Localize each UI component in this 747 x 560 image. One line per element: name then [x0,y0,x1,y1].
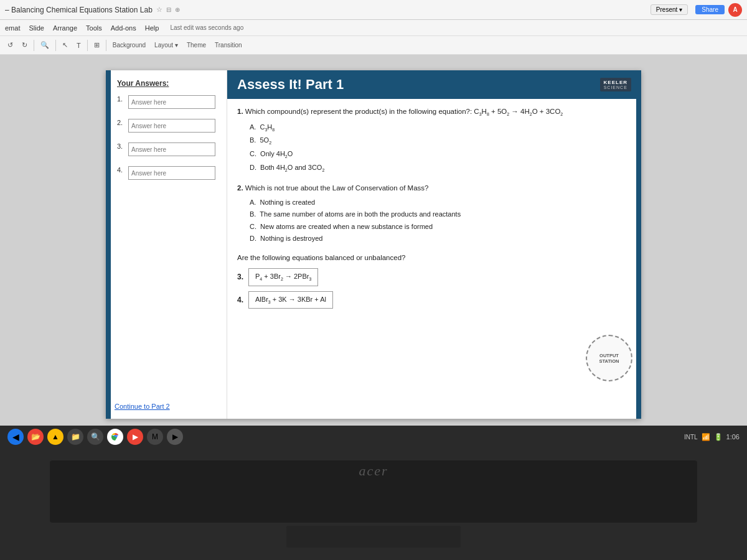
q2-option-b: B. The same number of atoms are in both … [250,209,631,220]
badge-line1: KEELER [604,80,627,85]
title-text: – Balancing Chemical Equations Station L… [5,6,153,14]
taskbar: ◀ 📂 ▲ 📁 🔍 ▶ M ▶ INTL 📶 🔋 1:06 [0,426,747,448]
menu-bar: emat Slide Arrange Tools Add-ons Help La… [0,20,747,36]
output-station-badge: OUTPUT STATION [586,335,632,381]
menu-addons[interactable]: Add-ons [111,24,136,32]
undo-button[interactable]: ↺ [5,40,16,50]
theme-label[interactable]: Theme [184,40,209,50]
q2-option-a: A. Nothing is created [250,197,631,208]
cursor-button[interactable]: ↖ [60,40,70,50]
q2-options: A. Nothing is created B. The same number… [237,197,631,244]
balanced-section: Are the following equations balanced or … [237,253,631,309]
output-line2: STATION [599,358,619,364]
q1-number: 1. [237,108,243,115]
taskbar-mail-icon[interactable]: M [147,429,163,445]
intl-indicator: INTL [684,434,698,441]
answer-item-2: 2. [117,119,219,133]
present-button[interactable]: Present ▾ [651,4,688,15]
toolbar-divider-3 [87,40,88,51]
redo-button[interactable]: ↻ [19,40,30,50]
laptop-screen: – Balancing Chemical Equations Station L… [0,0,747,448]
q1-options: A. C3H8 B. 5O2 C. Only 4H2O D. Both 4H2O… [237,122,631,174]
slide: Your Answers: 1. 2. 3. 4. Continue [106,70,641,419]
q1-option-a: A. C3H8 [250,122,631,134]
toolbar-divider-1 [34,40,34,51]
slide-area: Your Answers: 1. 2. 3. 4. Continue [0,55,747,434]
taskbar-back-icon[interactable]: ◀ [7,429,24,445]
menu-slide[interactable]: Slide [29,24,44,32]
background-label[interactable]: Background [110,40,148,50]
dropdown-arrow-icon: ▾ [679,6,682,13]
answer-input-1[interactable] [128,95,215,109]
zoom-button[interactable]: 🔍 [38,40,52,50]
menu-help[interactable]: Help [145,24,159,32]
q1-option-b: B. 5O2 [250,135,631,147]
toolbar-divider-2 [55,40,56,51]
eq3-number: 3. [237,271,243,282]
acer-logo: acer [359,463,388,479]
answer-number-3: 3. [117,142,126,150]
question-1-text: 1. Which compound(s) represent the produ… [237,106,631,118]
equation-row-4: 4. AlBr3 + 3K → 3KBr + Al [237,291,631,309]
taskbar-apps-icon[interactable]: ▲ [47,429,63,445]
touchpad [286,526,461,548]
text-button[interactable]: T [74,40,83,50]
toolbar: ↺ ↻ 🔍 ↖ T ⊞ Background Layout ▾ Theme Tr… [0,36,747,55]
time-display: 1:06 [726,433,740,441]
right-accent-bar [636,70,641,419]
question-2-block: 2. Which is not true about the Law of Co… [237,183,631,244]
left-accent-bar [106,70,111,419]
question-2-text: 2. Which is not true about the Law of Co… [237,183,631,194]
battery-icon: 🔋 [714,433,723,441]
answer-number-2: 2. [117,119,126,126]
content-body: 1. Which compound(s) represent the produ… [227,99,641,321]
your-answers-title: Your Answers: [117,79,219,88]
badge-line2: SCIENCE [604,85,627,90]
wifi-icon: 📶 [702,433,710,441]
equation-row-3: 3. P4 + 3Br2 → 2PBr3 [237,268,631,286]
share-icon[interactable]: ⊕ [175,6,180,13]
title-bar: – Balancing Chemical Equations Station L… [0,0,747,20]
toolbar-divider-4 [106,40,106,51]
last-edit-text: Last edit was seconds ago [170,24,243,31]
q2-option-c: C. New atoms are created when a new subs… [250,222,631,232]
equation-4-box: AlBr3 + 3K → 3KBr + Al [248,291,333,309]
taskbar-chrome-icon[interactable] [107,429,123,445]
menu-tools[interactable]: Tools [86,24,102,32]
taskbar-youtube-icon[interactable]: ▶ [127,429,143,445]
taskbar-folder-icon[interactable]: 📁 [67,429,83,445]
eq4-number: 4. [237,294,243,306]
transition-label[interactable]: Transition [212,40,245,50]
taskbar-play-icon[interactable]: ▶ [167,429,183,445]
keeler-badge: KEELER SCIENCE [600,78,631,91]
user-avatar[interactable]: A [728,3,742,17]
balanced-title: Are the following equations balanced or … [237,253,631,263]
taskbar-files-icon[interactable]: 📂 [27,429,44,445]
answer-number-4: 4. [117,166,126,174]
q1-option-d: D. Both 4H2O and 3CO2 [250,162,631,174]
output-line1: OUTPUT [599,353,619,358]
answer-input-4[interactable] [128,166,215,180]
layout-label[interactable]: Layout ▾ [152,40,181,50]
title-bar-text: – Balancing Chemical Equations Station L… [5,6,180,14]
layout-button[interactable]: ⊞ [92,40,102,50]
assess-title: Assess It! Part 1 [237,77,344,93]
continue-link[interactable]: Continue to Part 2 [115,403,170,410]
answer-input-3[interactable] [128,142,215,156]
bookmark-icon[interactable]: ⊟ [166,6,171,13]
left-panel: Your Answers: 1. 2. 3. 4. Continue [106,70,227,419]
question-1-block: 1. Which compound(s) represent the produ… [237,106,631,174]
taskbar-search-icon[interactable]: 🔍 [87,429,103,445]
answer-number-1: 1. [117,95,126,103]
q1-option-c: C. Only 4H2O [250,149,631,161]
equation-3-box: P4 + 3Br2 → 2PBr3 [248,268,318,286]
present-label: Present [656,6,677,13]
taskbar-right: INTL 📶 🔋 1:06 [684,433,740,441]
menu-emat[interactable]: emat [5,24,20,32]
share-button[interactable]: Share [695,5,725,14]
star-icon[interactable]: ☆ [156,6,162,14]
menu-arrange[interactable]: Arrange [53,24,77,32]
q2-option-d: D. Nothing is destroyed [250,233,631,244]
laptop-bezel: acer [0,448,747,560]
answer-input-2[interactable] [128,119,215,133]
